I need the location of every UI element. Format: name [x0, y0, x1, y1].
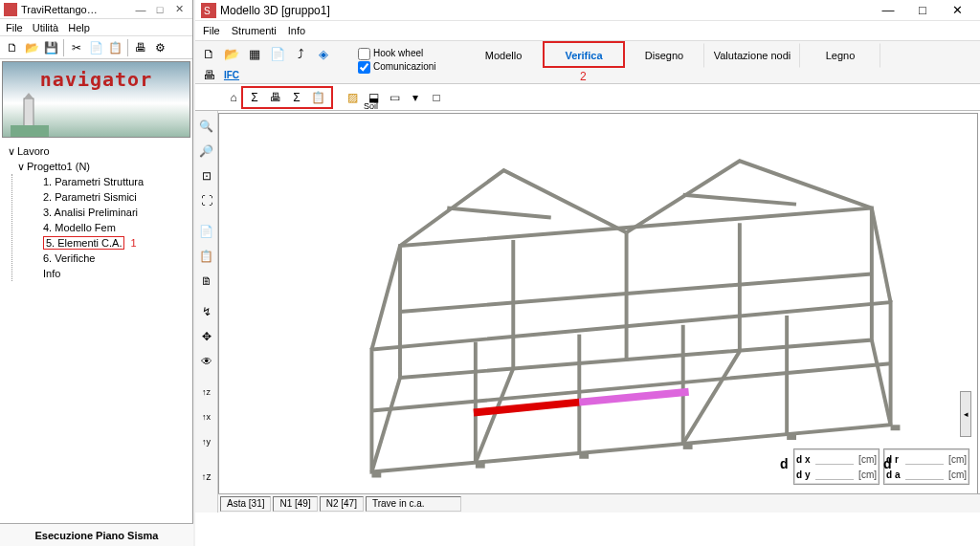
soil-label: Soil: [364, 101, 378, 111]
lighthouse-icon: [11, 89, 49, 137]
coord-box-right: d r[cm] d a[cm]: [883, 448, 969, 485]
dx-field[interactable]: [815, 453, 854, 465]
canvas-area: 🔍 🔎 ⊡ ⛶ 📄 📋 🗎 ↯ ✥ 👁 ↑z ↑x ↑y ↑z: [195, 111, 980, 513]
hook-wheel-checkbox[interactable]: Hook wheel: [358, 47, 463, 60]
ribbon: 🗋 📂 ▦ 📄 ⤴ ◈ 🖶 IFC Hook wheel Comunicazio…: [195, 40, 980, 84]
comunicazioni-checkbox[interactable]: Comunicazioni: [358, 60, 463, 74]
copy-icon[interactable]: 📋: [308, 88, 327, 107]
tree-item-verifiche[interactable]: 6. Verifiche: [12, 251, 189, 266]
cut-icon[interactable]: ✂: [68, 39, 85, 56]
copy-icon[interactable]: 📋: [197, 247, 216, 266]
navigator-titlebar: TraviRettango… — □ ✕: [0, 0, 192, 19]
navigator-footer: Esecuzione Piano Sisma: [0, 523, 193, 546]
menu-file[interactable]: File: [6, 22, 23, 33]
tree-item-modello-fem[interactable]: 4. Modello Fem: [12, 220, 189, 235]
menu-help[interactable]: Help: [68, 22, 90, 33]
xz-icon[interactable]: ↑z: [197, 382, 216, 402]
zoom-in-icon[interactable]: 🔍: [197, 117, 216, 136]
main-window: S Modello 3D [gruppo1] — □ ✕ File Strume…: [195, 0, 980, 546]
open-icon[interactable]: 📂: [222, 45, 241, 62]
new-icon[interactable]: 🗋: [199, 45, 218, 62]
minimize-button[interactable]: —: [131, 4, 150, 15]
paste-icon[interactable]: 📋: [106, 39, 123, 56]
close-button[interactable]: ✕: [169, 3, 189, 15]
navigator-title: TraviRettango…: [21, 4, 131, 15]
dy-field[interactable]: [815, 469, 854, 480]
maximize-button[interactable]: □: [905, 0, 940, 21]
diamond-icon[interactable]: ◈: [314, 45, 333, 62]
fit-icon[interactable]: ⛶: [197, 191, 216, 210]
menu-info[interactable]: Info: [288, 25, 305, 36]
zoom-window-icon[interactable]: ⊡: [197, 166, 216, 186]
navigator-window: TraviRettango… — □ ✕ File Utilità Help 🗋…: [0, 0, 193, 546]
menu-file[interactable]: File: [203, 25, 220, 36]
zy-icon[interactable]: ↑y: [197, 432, 216, 451]
home-icon[interactable]: ⌂: [224, 88, 243, 107]
ribbon-options: Hook wheel Comunicazioni: [358, 41, 463, 83]
tree-root[interactable]: ∨Lavoro: [4, 143, 189, 159]
tree-item-elementi-ca[interactable]: 5. Elementi C.A.1: [12, 235, 189, 251]
print-icon[interactable]: 🖶: [199, 66, 218, 83]
z-axis-icon[interactable]: ↑z: [197, 467, 216, 486]
svg-marker-1: [24, 93, 33, 98]
separator: [127, 39, 128, 56]
tree-item-parametri-sismici[interactable]: 2. Parametri Sismici: [12, 189, 189, 205]
square-icon[interactable]: □: [427, 88, 446, 107]
rect-icon[interactable]: ▭: [385, 88, 404, 107]
tab-legno[interactable]: Legno: [800, 43, 880, 68]
annotation-2: 2: [580, 70, 587, 83]
d-label: d: [780, 456, 789, 471]
minimize-button[interactable]: —: [871, 0, 905, 21]
export-icon[interactable]: ⤴: [291, 45, 310, 62]
main-menu: File Strumenti Info: [195, 21, 980, 40]
sigma2-icon[interactable]: Σ: [287, 88, 306, 107]
copy-icon[interactable]: 📄: [87, 39, 104, 56]
color-icon[interactable]: ▨: [343, 88, 362, 107]
tab-valutazione-nodi[interactable]: Valutazione nodi: [704, 43, 800, 68]
layer-icon[interactable]: 📄: [197, 222, 216, 241]
da-field[interactable]: [905, 469, 944, 480]
tab-verifica[interactable]: Verifica: [544, 43, 624, 68]
dr-field[interactable]: [905, 453, 944, 465]
open-icon[interactable]: 📂: [23, 39, 40, 56]
tree-project[interactable]: ∨Progetto1 (N): [4, 159, 189, 174]
menu-utilita[interactable]: Utilità: [33, 22, 59, 33]
print-icon[interactable]: 🖶: [266, 88, 285, 107]
sigma1-icon[interactable]: Σ: [245, 88, 264, 107]
doc-icon[interactable]: 📄: [268, 45, 287, 62]
maximize-button[interactable]: □: [150, 4, 169, 15]
new-icon[interactable]: 🗋: [4, 39, 21, 56]
status-n1: N1 [49]: [273, 496, 317, 512]
coord-collapse-handle[interactable]: ◂: [960, 391, 971, 437]
svg-rect-2: [11, 125, 49, 137]
zoom-out-icon[interactable]: 🔎: [197, 142, 216, 161]
viewport-3d[interactable]: d x[cm] d y[cm] d d r[cm] d a[cm] d ◂: [218, 113, 978, 511]
separator: [63, 39, 64, 56]
navigator-banner: navigator: [2, 61, 190, 138]
vertical-toolbar: 🔍 🔎 ⊡ ⛶ 📄 📋 🗎 ↯ ✥ 👁 ↑z ↑x ↑y ↑z: [195, 111, 218, 513]
yx-icon[interactable]: ↑x: [197, 407, 216, 426]
settings-icon[interactable]: ⚙: [151, 39, 168, 56]
svg-rect-0: [24, 98, 33, 127]
close-button[interactable]: ✕: [940, 0, 974, 21]
move-icon[interactable]: ✥: [197, 327, 216, 346]
ribbon-tabs: Modello Verifica Disegno Valutazione nod…: [463, 41, 980, 83]
tab-disegno[interactable]: Disegno: [624, 43, 704, 68]
menu-strumenti[interactable]: Strumenti: [232, 25, 277, 36]
tree-item-analisi-preliminari[interactable]: 3. Analisi Preliminari: [12, 205, 189, 220]
axis-icon[interactable]: ↯: [197, 302, 216, 321]
sub-toolbar: ⌂ Σ 🖶 Σ 📋 ▨ ⬓ ▭ ▾ □ 3 Soil: [195, 84, 980, 111]
status-bar: Asta [31] N1 [49] N2 [47] Trave in c.a.: [218, 493, 980, 513]
view-icon[interactable]: 👁: [197, 352, 216, 371]
tab-modello[interactable]: Modello: [463, 43, 544, 68]
selected-beam-magenta: [579, 392, 688, 403]
doc-icon[interactable]: 🗎: [197, 272, 216, 291]
grid-icon[interactable]: ▦: [245, 45, 264, 62]
ifc-button[interactable]: IFC: [222, 66, 241, 83]
project-tree: ∨Lavoro ∨Progetto1 (N) 1. Parametri Stru…: [0, 140, 192, 285]
dropdown-icon[interactable]: ▾: [406, 88, 425, 107]
print-icon[interactable]: 🖶: [132, 39, 149, 56]
tree-item-parametri-struttura[interactable]: 1. Parametri Struttura: [12, 174, 189, 189]
save-icon[interactable]: 💾: [42, 39, 59, 56]
tree-item-info[interactable]: Info: [12, 266, 189, 281]
